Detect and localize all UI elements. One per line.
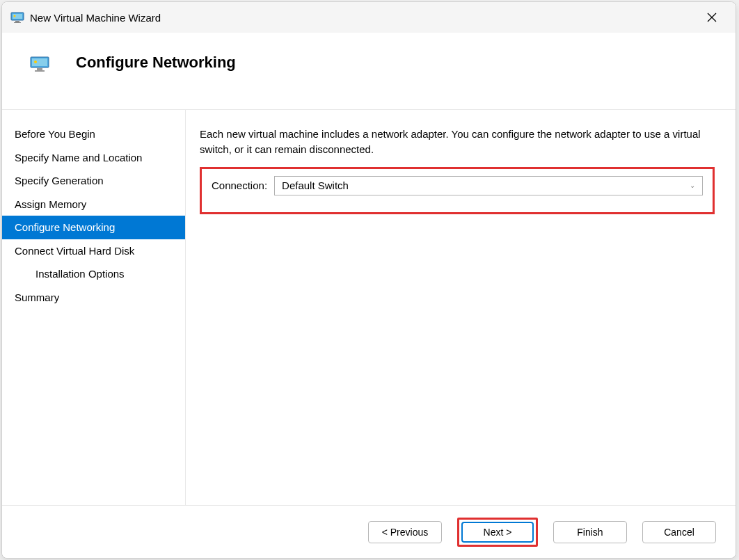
svg-point-11	[34, 61, 37, 63]
svg-rect-10	[35, 70, 45, 72]
connection-label: Connection:	[212, 179, 267, 191]
close-button[interactable]	[697, 2, 727, 33]
sidebar-item-specify-generation[interactable]: Specify Generation	[2, 169, 185, 193]
next-button-highlight: Next >	[457, 518, 538, 547]
wizard-window: New Virtual Machine Wizard Configure Net…	[1, 1, 736, 559]
connection-row: Connection: Default Switch ⌄	[212, 176, 703, 195]
sidebar-item-installation-options[interactable]: Installation Options	[2, 262, 185, 286]
finish-button[interactable]: Finish	[553, 521, 627, 543]
svg-point-4	[14, 15, 16, 17]
wizard-header: Configure Networking	[2, 33, 736, 109]
sidebar-item-summary[interactable]: Summary	[2, 286, 185, 310]
sidebar-item-connect-vhd[interactable]: Connect Virtual Hard Disk	[2, 239, 185, 263]
svg-rect-9	[37, 68, 42, 70]
wizard-content: Each new virtual machine includes a netw…	[186, 110, 736, 505]
next-button[interactable]: Next >	[461, 522, 534, 543]
wizard-sidebar: Before You Begin Specify Name and Locati…	[2, 110, 186, 505]
svg-rect-3	[14, 22, 21, 23]
sidebar-item-configure-networking[interactable]: Configure Networking	[2, 216, 185, 239]
sidebar-item-assign-memory[interactable]: Assign Memory	[2, 193, 185, 216]
svg-rect-2	[15, 21, 19, 22]
header-icon	[30, 56, 49, 72]
wizard-footer: < Previous Next > Finish Cancel	[2, 505, 736, 558]
close-icon	[707, 13, 717, 22]
cancel-button[interactable]: Cancel	[642, 521, 716, 543]
chevron-down-icon: ⌄	[690, 182, 695, 189]
sidebar-item-specify-name[interactable]: Specify Name and Location	[2, 146, 185, 170]
description-text: Each new virtual machine includes a netw…	[200, 127, 715, 157]
titlebar: New Virtual Machine Wizard	[2, 2, 736, 33]
window-title: New Virtual Machine Wizard	[30, 12, 161, 24]
connection-highlight: Connection: Default Switch ⌄	[200, 167, 715, 214]
connection-value: Default Switch	[282, 179, 349, 191]
sidebar-item-before-you-begin[interactable]: Before You Begin	[2, 122, 185, 146]
app-icon	[10, 12, 24, 23]
wizard-body: Before You Begin Specify Name and Locati…	[2, 109, 736, 505]
page-title: Configure Networking	[76, 54, 236, 72]
connection-dropdown[interactable]: Default Switch ⌄	[274, 176, 703, 195]
previous-button[interactable]: < Previous	[368, 521, 442, 543]
